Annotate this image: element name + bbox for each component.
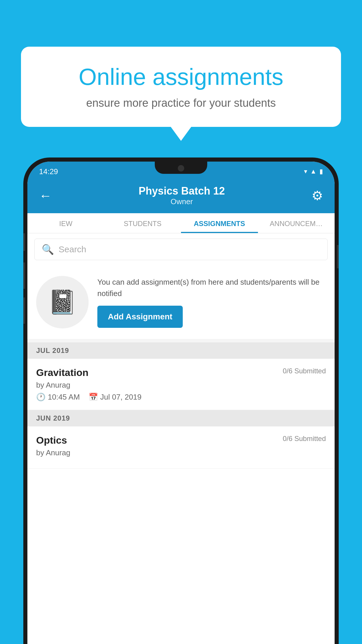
assignment-item-top: Gravitation 0/6 Submitted: [36, 367, 326, 378]
assignment-item-top-optics: Optics 0/6 Submitted: [36, 435, 326, 446]
tabs-bar: IEW STUDENTS ASSIGNMENTS ANNOUNCEM…: [27, 213, 335, 233]
search-container: 🔍 Search: [27, 233, 335, 265]
tab-iew[interactable]: IEW: [27, 213, 104, 233]
assignment-by-optics: by Anurag: [36, 448, 326, 457]
camera-dot: [178, 165, 184, 172]
header-subtitle: Owner: [52, 197, 312, 206]
tab-announcements[interactable]: ANNOUNCEM…: [258, 213, 335, 233]
tab-assignments[interactable]: ASSIGNMENTS: [181, 213, 258, 233]
month-header-jul: JUL 2019: [27, 342, 335, 359]
phone-inner: 14:29 ▾ ▲ ▮ ← Physics Batch 12 Owner ⚙: [27, 162, 335, 644]
assignment-meta-gravitation: 🕐 10:45 AM 📅 Jul 07, 2019: [36, 393, 326, 402]
app-header: ← Physics Batch 12 Owner ⚙: [27, 179, 335, 213]
assignment-submitted-optics: 0/6 Submitted: [283, 435, 326, 443]
wifi-icon: ▾: [304, 168, 307, 175]
volume-down-button: [23, 298, 25, 324]
assignment-item-optics[interactable]: Optics 0/6 Submitted by Anurag: [27, 426, 335, 469]
speech-bubble-subtitle: ensure more practice for your students: [41, 97, 321, 109]
assignment-name-optics: Optics: [36, 435, 67, 446]
speech-bubble-container: Online assignments ensure more practice …: [21, 47, 341, 127]
header-center: Physics Batch 12 Owner: [52, 185, 312, 206]
content-area: 🔍 Search 📓 You can add assignment(s) fro…: [27, 233, 335, 469]
volume-up-button: [23, 262, 25, 289]
assignment-date-item: 📅 Jul 07, 2019: [89, 393, 142, 402]
assignment-time: 10:45 AM: [48, 393, 80, 402]
assignment-notebook-icon: 📓: [48, 288, 77, 316]
month-header-jun: JUN 2019: [27, 410, 335, 426]
phone-screen: 14:29 ▾ ▲ ▮ ← Physics Batch 12 Owner ⚙: [27, 162, 335, 644]
clock-icon: 🕐: [36, 393, 45, 402]
assignment-name-gravitation: Gravitation: [36, 367, 88, 378]
assignment-time-item: 🕐 10:45 AM: [36, 393, 80, 402]
calendar-icon: 📅: [89, 393, 98, 402]
assignment-submitted-gravitation: 0/6 Submitted: [283, 367, 326, 375]
tab-students[interactable]: STUDENTS: [104, 213, 181, 233]
speech-bubble-title: Online assignments: [41, 64, 321, 90]
notch: [155, 162, 207, 174]
phone-frame: 14:29 ▾ ▲ ▮ ← Physics Batch 12 Owner ⚙: [23, 158, 339, 644]
settings-button[interactable]: ⚙: [312, 188, 323, 203]
add-assignment-button[interactable]: Add Assignment: [97, 306, 183, 328]
add-assignment-section: 📓 You can add assignment(s) from here an…: [27, 265, 335, 339]
assignment-by-gravitation: by Anurag: [36, 381, 326, 390]
back-button[interactable]: ←: [39, 188, 52, 203]
battery-icon: ▮: [319, 168, 323, 175]
speech-bubble: Online assignments ensure more practice …: [21, 47, 341, 127]
volume-mute-button: [23, 233, 25, 251]
header-title: Physics Batch 12: [52, 185, 312, 197]
add-assignment-right: You can add assignment(s) from here and …: [97, 276, 326, 328]
assignment-date: Jul 07, 2019: [100, 393, 142, 402]
assignment-icon-circle: 📓: [36, 276, 89, 328]
assignment-item-gravitation[interactable]: Gravitation 0/6 Submitted by Anurag 🕐 10…: [27, 359, 335, 410]
status-time: 14:29: [39, 167, 58, 176]
search-icon: 🔍: [42, 244, 54, 255]
add-assignment-description: You can add assignment(s) from here and …: [97, 276, 326, 299]
search-box[interactable]: 🔍 Search: [34, 239, 328, 260]
signal-icon: ▲: [310, 168, 317, 175]
power-button: [337, 245, 339, 268]
status-icons: ▾ ▲ ▮: [304, 168, 323, 175]
search-input[interactable]: Search: [59, 244, 86, 254]
